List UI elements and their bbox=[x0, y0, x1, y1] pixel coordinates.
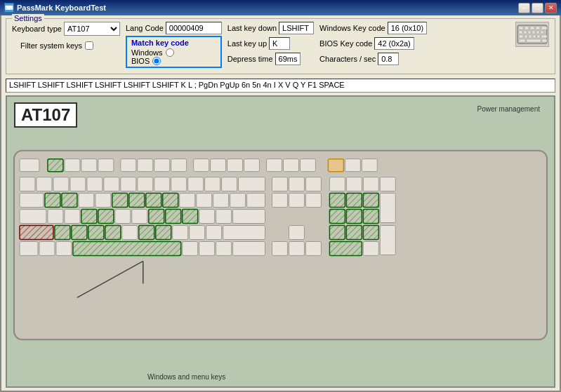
key-capslock[interactable] bbox=[20, 210, 46, 224]
key-backslash[interactable] bbox=[247, 194, 265, 208]
key-space[interactable] bbox=[73, 242, 181, 256]
key-z[interactable] bbox=[55, 226, 70, 240]
key-x[interactable] bbox=[72, 226, 87, 240]
key-numdot[interactable] bbox=[363, 242, 378, 256]
key-0[interactable] bbox=[188, 177, 204, 191]
key-backtick[interactable] bbox=[20, 177, 35, 191]
key-num-minus[interactable] bbox=[380, 177, 395, 191]
key-lshift[interactable] bbox=[20, 226, 53, 240]
key-r[interactable] bbox=[95, 194, 111, 208]
key-8[interactable] bbox=[154, 177, 170, 191]
key-down[interactable] bbox=[289, 242, 304, 256]
key-f2[interactable] bbox=[65, 159, 80, 172]
key-numlock[interactable] bbox=[329, 177, 345, 191]
key-tab[interactable] bbox=[20, 194, 44, 208]
key-a[interactable] bbox=[48, 210, 63, 224]
key-semicolon[interactable] bbox=[199, 210, 215, 224]
key-num1[interactable] bbox=[329, 226, 345, 240]
key-pause[interactable] bbox=[300, 159, 315, 172]
key-f1[interactable] bbox=[48, 159, 63, 172]
key-f11[interactable] bbox=[227, 159, 243, 172]
key-scroll[interactable] bbox=[283, 159, 298, 172]
key-rwin[interactable] bbox=[199, 242, 215, 256]
key-right[interactable] bbox=[305, 242, 321, 256]
key-backspace[interactable] bbox=[239, 177, 265, 191]
key-esc[interactable] bbox=[20, 159, 39, 172]
key-sleep[interactable] bbox=[345, 159, 360, 172]
maximize-button[interactable]: □ bbox=[532, 3, 543, 13]
key-y[interactable] bbox=[129, 194, 145, 208]
filter-checkbox[interactable] bbox=[85, 41, 93, 50]
key-end[interactable] bbox=[289, 194, 304, 208]
key-prtscr[interactable] bbox=[267, 159, 282, 172]
key-quote[interactable] bbox=[216, 210, 232, 224]
key-comma[interactable] bbox=[173, 226, 188, 240]
key-n[interactable] bbox=[139, 226, 154, 240]
key-7[interactable] bbox=[138, 177, 153, 191]
key-enter[interactable] bbox=[233, 210, 265, 224]
key-menu[interactable] bbox=[216, 242, 232, 256]
key-d[interactable] bbox=[81, 210, 97, 224]
key-pgup[interactable] bbox=[305, 177, 321, 191]
key-o[interactable] bbox=[180, 194, 195, 208]
key-num9[interactable] bbox=[363, 194, 378, 208]
key-ralt[interactable] bbox=[183, 242, 198, 256]
key-rshift[interactable] bbox=[223, 226, 265, 240]
keyboard-type-select[interactable]: AT107 bbox=[64, 22, 120, 36]
key-lwin[interactable] bbox=[39, 242, 55, 256]
key-num5[interactable] bbox=[346, 210, 362, 224]
key-h[interactable] bbox=[132, 210, 147, 224]
key-f6[interactable] bbox=[138, 159, 153, 172]
windows-radio[interactable] bbox=[166, 48, 174, 57]
key-num0[interactable] bbox=[329, 242, 362, 256]
key-6[interactable] bbox=[121, 177, 136, 191]
key-equals[interactable] bbox=[222, 177, 237, 191]
key-v[interactable] bbox=[105, 226, 121, 240]
key-lctrl[interactable] bbox=[20, 242, 38, 256]
key-i[interactable] bbox=[163, 194, 178, 208]
key-home[interactable] bbox=[289, 177, 304, 191]
key-s[interactable] bbox=[65, 210, 80, 224]
key-5[interactable] bbox=[104, 177, 119, 191]
bios-radio[interactable] bbox=[152, 57, 161, 65]
key-4[interactable] bbox=[87, 177, 103, 191]
key-l[interactable] bbox=[183, 210, 198, 224]
key-p[interactable] bbox=[197, 194, 212, 208]
key-k[interactable] bbox=[166, 210, 181, 224]
key-f4[interactable] bbox=[98, 159, 114, 172]
key-c[interactable] bbox=[88, 226, 104, 240]
key-power[interactable] bbox=[328, 159, 343, 172]
key-f8[interactable] bbox=[171, 159, 187, 172]
key-f7[interactable] bbox=[154, 159, 170, 172]
key-delete[interactable] bbox=[272, 194, 288, 208]
key-9[interactable] bbox=[171, 177, 187, 191]
key-f3[interactable] bbox=[81, 159, 97, 172]
key-num-plus[interactable] bbox=[380, 194, 395, 223]
key-2[interactable] bbox=[53, 177, 69, 191]
key-up[interactable] bbox=[289, 226, 304, 240]
close-button[interactable]: ✕ bbox=[545, 3, 557, 13]
key-period[interactable] bbox=[190, 226, 205, 240]
key-f5[interactable] bbox=[121, 159, 136, 172]
key-num-enter[interactable] bbox=[380, 226, 395, 255]
key-e[interactable] bbox=[79, 194, 94, 208]
key-g[interactable] bbox=[115, 210, 131, 224]
key-wake[interactable] bbox=[362, 159, 377, 172]
key-num-divide[interactable] bbox=[346, 177, 362, 191]
key-rbracket[interactable] bbox=[230, 194, 246, 208]
key-u[interactable] bbox=[146, 194, 161, 208]
key-left[interactable] bbox=[272, 242, 288, 256]
key-m[interactable] bbox=[156, 226, 171, 240]
key-minus[interactable] bbox=[205, 177, 220, 191]
key-3[interactable] bbox=[70, 177, 86, 191]
key-num7[interactable] bbox=[329, 194, 345, 208]
key-num2[interactable] bbox=[346, 226, 362, 240]
key-num3[interactable] bbox=[363, 226, 378, 240]
key-q[interactable] bbox=[45, 194, 60, 208]
key-1[interactable] bbox=[37, 177, 52, 191]
minimize-button[interactable]: ─ bbox=[518, 3, 530, 13]
key-num4[interactable] bbox=[329, 210, 345, 224]
key-f10[interactable] bbox=[211, 159, 226, 172]
key-slash[interactable] bbox=[206, 226, 222, 240]
key-num-multiply[interactable] bbox=[363, 177, 378, 191]
